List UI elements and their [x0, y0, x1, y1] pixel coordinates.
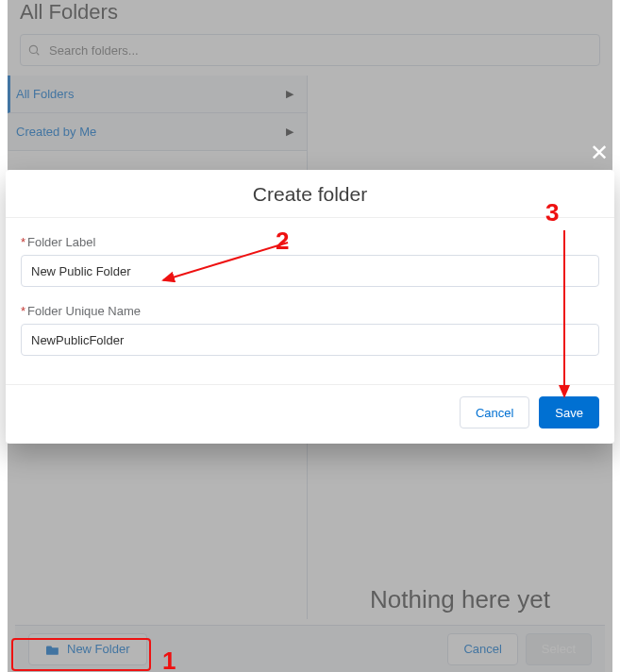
sidebar-item-label: All Folders — [16, 87, 74, 101]
folder-label-label: *Folder Label — [21, 235, 599, 249]
folder-icon — [46, 644, 59, 655]
chevron-right-icon: ▶ — [286, 126, 293, 138]
modal-title: Create folder — [6, 170, 614, 218]
folder-label-input[interactable] — [21, 255, 599, 287]
required-asterisk: * — [21, 304, 25, 318]
search-box — [20, 34, 600, 66]
cancel-button[interactable]: Cancel — [460, 396, 529, 428]
required-asterisk: * — [21, 235, 25, 249]
page-title: All Folders — [8, 0, 612, 34]
footer-bar: New Folder Cancel Select — [15, 625, 605, 672]
new-folder-label: New Folder — [67, 642, 129, 656]
folder-unique-name-input[interactable] — [21, 324, 599, 356]
footer-cancel-button[interactable]: Cancel — [447, 633, 517, 665]
create-folder-modal: Create folder *Folder Label *Folder Uniq… — [6, 170, 614, 444]
close-icon[interactable]: ✕ — [590, 140, 609, 166]
empty-title: Nothing here yet — [308, 585, 612, 614]
chevron-right-icon: ▶ — [286, 88, 293, 100]
sidebar-item-created-by-me[interactable]: Created by Me ▶ — [8, 113, 307, 151]
footer-select-button: Select — [526, 633, 592, 665]
sidebar-item-all-folders[interactable]: All Folders ▶ — [8, 76, 307, 113]
svg-line-1 — [37, 53, 40, 56]
folder-unique-name-label: *Folder Unique Name — [21, 304, 599, 318]
save-button[interactable]: Save — [539, 396, 599, 428]
search-icon — [27, 43, 41, 57]
new-folder-button[interactable]: New Folder — [28, 633, 147, 665]
sidebar-item-label: Created by Me — [16, 125, 96, 139]
svg-point-0 — [29, 45, 37, 53]
search-input[interactable] — [20, 34, 600, 66]
